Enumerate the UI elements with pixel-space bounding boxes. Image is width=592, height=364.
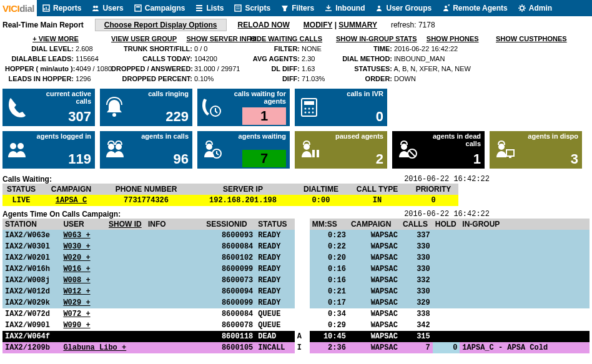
tile-caption: calls in IVR [347,90,383,97]
phone-icon [2,89,31,126]
cell-user[interactable]: W016 + [61,263,146,275]
tile-caption: current active calls [35,90,91,105]
cell-mmss: 0:20 [310,252,348,263]
cell-ingroup [460,297,590,308]
table-row[interactable]: IAX2/W090lW090 +8600078QUEUE0:29WAPSAC34… [2,320,590,331]
tile-phone[interactable]: current active calls307 [2,89,95,126]
cell-campaign: WAPSAC [348,342,400,353]
tile-dispo[interactable]: agents in dispo3 [490,131,582,169]
stats-strip: + VIEW MORE DIAL LEVEL: 2.608DIALABLE LE… [0,32,592,86]
table-row[interactable]: IAX2/W030lW030 +8600084READY0:22WAPSAC33… [2,241,590,252]
cell-user[interactable]: W064 + [61,331,146,342]
table-row[interactable]: IAX2/W029kW029 +8600099READY0:17WAPSAC32… [2,297,590,308]
stat-value: 0.10% [194,75,214,82]
nav-campaigns[interactable]: Campaigns [129,4,190,12]
stat-value: 31.000 / 29971 [194,65,240,72]
cell-station: IAX2/W012d [2,286,61,297]
tile-agents[interactable]: agents logged in119 [2,131,95,169]
calls-waiting-header: Calls Waiting: 2016-06-22 16:42:22 [0,171,592,184]
cell-user[interactable]: Glabuna_Libo + [61,342,146,353]
cell-flag [295,275,305,286]
table-row[interactable]: IAX2/W008jW008 +8600073READY0:16WAPSAC33… [2,275,590,286]
nav-label: Remote Agents [453,4,508,12]
col-header[interactable]: SHOW ID [106,219,146,230]
cell-status: READY [255,297,294,308]
tile-value: 1 [242,107,286,125]
table-row[interactable]: IAX2/W063eW063 +8600093READY0:23WAPSAC33… [2,230,590,241]
table-row[interactable]: IAX2/1209bGlabuna_Libo +8600105INCALLI2:… [2,342,590,353]
cell-user[interactable]: W030 + [61,241,146,252]
show-custphones-link[interactable]: SHOW CUSTPHONES [496,35,567,42]
nav-inbound[interactable]: Inbound [319,4,370,12]
campaign-link[interactable]: 1APSA_C [56,196,87,205]
cell-hold [433,275,460,286]
cell-user[interactable]: W029 + [61,297,146,308]
table-row[interactable]: IAX2/W020lW020 +8600102READY0:20WAPSAC33… [2,252,590,263]
cell-user[interactable]: W012 + [61,286,146,297]
nav-admin[interactable]: Admin [513,4,557,12]
tile-dead[interactable]: agents in dead calls1 [392,131,485,169]
nav-label: Lists [206,4,224,12]
cell-mmss: 0:34 [310,308,348,320]
cell-status: READY [255,275,294,286]
cell-user[interactable]: W063 + [61,230,146,241]
tile-paused[interactable]: paused agents2 [295,131,387,169]
show-server-info-link[interactable]: SHOW SERVER INFO [186,35,256,42]
agents-icon [2,131,31,169]
cell-user[interactable]: W072 + [61,308,146,320]
tile-ivr[interactable]: calls in IVR0 [295,89,387,126]
agents-title: Agents Time On Calls Campaign: [2,210,121,219]
ivr-icon [295,89,323,126]
modify-link[interactable]: MODIFY [303,21,332,29]
tile-waiting[interactable]: agents waiting7 [197,131,290,169]
cell-campaign: WAPSAC [348,230,400,241]
cell-flag [295,241,305,252]
choose-report-options-button[interactable]: Choose Report Display Options [95,19,227,31]
hide-waiting-calls-link[interactable]: HIDE WAITING CALLS [250,35,322,42]
col-header: STATION [2,219,61,230]
cell-user[interactable]: W090 + [61,320,146,331]
cell-campaign: WAPSAC [348,308,400,320]
nav-remote[interactable]: Remote Agents [437,4,513,12]
nav-filters[interactable]: Filters [275,4,319,12]
reload-now-link[interactable]: RELOAD NOW [238,21,290,29]
nav-label: Campaigns [145,4,185,12]
cell-calls: 337 [400,230,433,241]
view-user-group-link[interactable]: VIEW USER GROUP [111,35,177,42]
incalls-icon [100,131,129,169]
nav-scripts[interactable]: Scripts [229,4,275,12]
nav-reports[interactable]: Reports [37,4,86,12]
usergroups-icon [375,4,383,12]
col-header: PRIORITY [408,184,458,195]
cell-hold [433,241,460,252]
tile-wait[interactable]: calls waiting for agents1 [197,89,290,126]
summary-link[interactable]: SUMMARY [338,21,377,29]
tile-caption: agents in calls [141,132,189,140]
cell: 0 [408,195,458,206]
show-phones-link[interactable]: SHOW PHONES [427,35,479,42]
cell: 1APSA_C [40,195,102,206]
nav-label: Admin [529,4,552,12]
tile-bell[interactable]: calls ringing229 [100,89,192,126]
cell-mmss: 0:17 [310,297,348,308]
nav-usergroups[interactable]: User Groups [370,4,437,12]
cell-user[interactable]: W020 + [61,252,146,263]
nav-lists[interactable]: Lists [190,4,229,12]
table-row[interactable]: IAX2/W072dW072 +8600084QUEUE0:34WAPSAC33… [2,308,590,320]
table-row[interactable]: LIVE1APSA_C7731774326192.168.201.1980:00… [2,195,458,206]
tile-caption: agents in dispo [528,132,578,140]
cell: IN [346,195,408,206]
cell-user[interactable]: W008 + [61,275,146,286]
cell-ingroup [460,241,590,252]
stat-value: 115664 [76,55,99,62]
nav-users[interactable]: Users [86,4,128,12]
table-row[interactable]: IAX2/W016hW016 +8600099READY0:16WAPSAC33… [2,263,590,275]
tile-incalls[interactable]: agents in calls96 [100,131,192,169]
cell-calls: 7 [400,342,433,353]
show-ingroup-stats-link[interactable]: SHOW IN-GROUP STATS [336,35,417,42]
cell-info [146,297,204,308]
table-row[interactable]: IAX2/W064fW064 +8600118DEADA10:45WAPSAC3… [2,331,590,342]
view-more-link[interactable]: + VIEW MORE [32,35,79,42]
table-row[interactable]: IAX2/W012dW012 +8600094READY0:21WAPSAC33… [2,286,590,297]
cell-mmss: 0:21 [310,286,348,297]
